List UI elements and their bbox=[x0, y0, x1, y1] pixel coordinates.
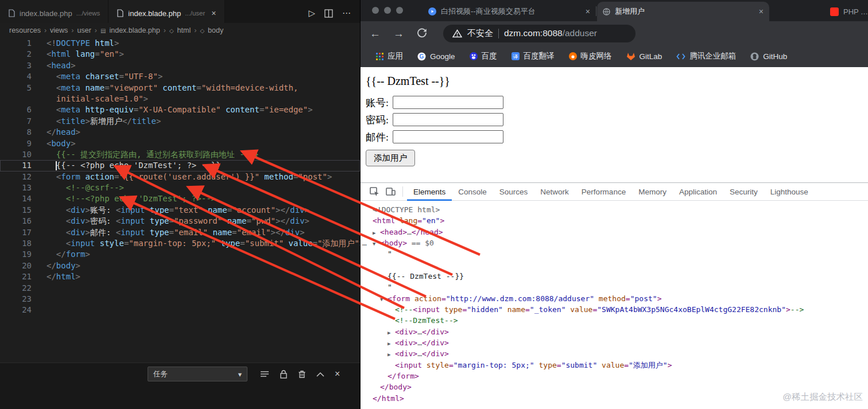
dom-node[interactable]: {{-- DzmTest --}} bbox=[361, 271, 868, 282]
breadcrumb-item-user[interactable]: user bbox=[78, 26, 91, 34]
code-line[interactable]: 19 </form> bbox=[0, 249, 360, 260]
bookmark-github[interactable]: GitHub bbox=[750, 52, 787, 61]
password-input[interactable] bbox=[393, 113, 503, 126]
url-text[interactable]: dzm.com:8088/adduser bbox=[504, 28, 597, 38]
breadcrumb-item-file[interactable]: index.blade.php bbox=[109, 26, 160, 34]
bookmark-apps[interactable]: 应用 bbox=[376, 51, 403, 61]
account-input[interactable] bbox=[393, 96, 503, 109]
code-line[interactable]: 22 bbox=[0, 283, 360, 294]
dom-node[interactable]: ▶<div>…</div> bbox=[361, 326, 868, 337]
code-line[interactable]: 23 bbox=[0, 294, 360, 305]
dom-node[interactable]: ▶<div>…</div> bbox=[361, 348, 868, 359]
devtools-tab-elements[interactable]: Elements bbox=[407, 183, 452, 201]
more-actions-button[interactable]: ⋯ bbox=[342, 8, 351, 18]
devtools-tab-security[interactable]: Security bbox=[723, 183, 764, 201]
bookmark-google[interactable]: G Google bbox=[417, 52, 455, 61]
code-line[interactable]: 5 <meta name="viewport" content="width=d… bbox=[0, 83, 360, 94]
code-line[interactable]: 2<html lang="en"> bbox=[0, 49, 360, 60]
dom-node[interactable]: <!--DzmTest--> bbox=[361, 315, 868, 326]
code-line[interactable]: 17 <div>邮件: <input type="email" name="em… bbox=[0, 227, 360, 238]
dom-node[interactable]: …▼<body> == $0 bbox=[361, 237, 868, 248]
code-area[interactable]: 1<!DOCTYPE html>2<html lang="en">3<head>… bbox=[0, 38, 360, 316]
dom-node[interactable]: <input style="margin-top: 5px;" type="su… bbox=[361, 360, 868, 371]
devtools-tab-application[interactable]: Application bbox=[673, 183, 723, 201]
clear-panel-icon[interactable] bbox=[298, 370, 306, 379]
code-line[interactable]: 11 {{-- <?php echo 'DzmTest'; ?> --}} bbox=[0, 160, 360, 171]
back-icon[interactable]: ← bbox=[370, 28, 381, 39]
code-line[interactable]: 6 <meta http-equiv="X-UA-Compatible" con… bbox=[0, 104, 360, 115]
maximize-panel-icon[interactable] bbox=[316, 372, 324, 377]
bookmark-baidu[interactable]: 百度 bbox=[470, 51, 497, 61]
refresh-icon[interactable] bbox=[417, 28, 427, 40]
code-line[interactable]: 16 <div>密码: <input type="password" name=… bbox=[0, 216, 360, 227]
code-line[interactable]: 24 bbox=[0, 305, 360, 315]
dom-node[interactable]: " bbox=[361, 248, 868, 259]
dom-node[interactable]: " bbox=[361, 282, 868, 293]
code-line[interactable]: 14 <!--<?php echo 'DzmTest'; ?>--> bbox=[0, 193, 360, 204]
lock-icon[interactable] bbox=[280, 370, 288, 379]
forward-icon[interactable]: → bbox=[393, 28, 404, 39]
security-status[interactable]: 不安全 bbox=[467, 28, 493, 39]
code-line[interactable]: 7 <title>新增用户</title> bbox=[0, 116, 360, 127]
task-dropdown[interactable]: 任务 ▾ bbox=[148, 367, 247, 381]
breadcrumb-item-views[interactable]: views bbox=[50, 26, 68, 34]
devtools-tab-sources[interactable]: Sources bbox=[493, 183, 534, 201]
dom-node[interactable]: ▼<form action="http://www.dzm.com:8088/a… bbox=[361, 293, 868, 304]
inspect-element-icon[interactable] bbox=[366, 187, 382, 197]
devtools-tab-lighthouse[interactable]: Lighthouse bbox=[764, 183, 815, 201]
code-line[interactable]: 1<!DOCTYPE html> bbox=[0, 38, 360, 49]
editor-tab-user[interactable]: index.blade.php .../user × bbox=[108, 0, 224, 23]
code-line[interactable]: 12 <form action="{{ route('user.adduser'… bbox=[0, 172, 360, 182]
dom-tree[interactable]: <!DOCTYPE html><html lang="en">▶<head>…<… bbox=[361, 201, 868, 409]
code-line[interactable]: 21</html> bbox=[0, 271, 360, 282]
breadcrumb-item-resources[interactable]: resources bbox=[9, 26, 41, 34]
window-zoom-button[interactable] bbox=[396, 7, 403, 14]
email-input[interactable] bbox=[393, 130, 503, 143]
dom-node[interactable]: <!DOCTYPE html> bbox=[361, 204, 868, 215]
devtools-tab-memory[interactable]: Memory bbox=[632, 183, 673, 201]
add-user-button[interactable]: 添加用户 bbox=[366, 150, 415, 166]
code-line[interactable]: 4 <meta charset="UTF-8"> bbox=[0, 71, 360, 82]
code-line[interactable]: initial-scale=1.0"> bbox=[0, 94, 360, 104]
close-icon[interactable]: × bbox=[759, 7, 764, 16]
devtools-tab-performance[interactable]: Performance bbox=[575, 183, 632, 201]
code-line[interactable]: 10 {{-- 提交到指定路由, 通过别名获取到路由地址 --}} bbox=[0, 149, 360, 160]
breadcrumb-item-body[interactable]: body bbox=[208, 26, 223, 34]
dom-node[interactable]: <!--<input type="hidden" name="_token" v… bbox=[361, 304, 868, 315]
dom-node[interactable] bbox=[361, 260, 868, 271]
bookmark-tencent-mail[interactable]: 腾讯企业邮箱 bbox=[676, 51, 736, 61]
code-line[interactable]: 15 <div>账号: <input type="text" name="acc… bbox=[0, 205, 360, 216]
code-line[interactable]: 8</head> bbox=[0, 127, 360, 138]
bookmark-happy-network[interactable]: 嗨皮网络 bbox=[569, 51, 612, 61]
dom-node[interactable]: </form> bbox=[361, 371, 868, 381]
close-icon[interactable]: × bbox=[211, 9, 216, 18]
window-minimize-button[interactable] bbox=[384, 7, 391, 14]
breadcrumb-item-html[interactable]: html bbox=[177, 26, 191, 34]
window-close-button[interactable] bbox=[372, 7, 379, 14]
editor-tab-title: index.blade.php bbox=[128, 9, 181, 18]
dom-node[interactable]: ▶<head>…</head> bbox=[361, 227, 868, 237]
devtools-tab-network[interactable]: Network bbox=[534, 183, 575, 201]
code-line[interactable]: 18 <input style="margin-top: 5px;" type=… bbox=[0, 238, 360, 249]
close-panel-icon[interactable]: × bbox=[335, 369, 340, 379]
devtools-tab-console[interactable]: Console bbox=[452, 183, 493, 201]
bookmark-gitlab[interactable]: GitLab bbox=[626, 52, 662, 61]
bookmark-label: 百度 bbox=[482, 51, 497, 61]
address-bar[interactable]: 不安全 dzm.com:8088/adduser bbox=[443, 25, 636, 42]
code-line[interactable]: 20</body> bbox=[0, 260, 360, 271]
close-icon[interactable]: × bbox=[586, 7, 590, 16]
dom-node[interactable]: <html lang="en"> bbox=[361, 215, 868, 226]
editor-tab-views[interactable]: index.blade.php .../views bbox=[0, 0, 108, 23]
run-button[interactable]: ▷ bbox=[308, 8, 315, 18]
bookmark-baidu-translate[interactable]: 译 百度翻译 bbox=[512, 51, 555, 61]
split-editor-button[interactable] bbox=[324, 9, 333, 18]
output-list-icon[interactable] bbox=[260, 370, 269, 378]
device-toolbar-icon[interactable] bbox=[382, 187, 398, 196]
code-line[interactable]: 13 <!--@csrf--> bbox=[0, 182, 360, 193]
dom-node[interactable]: ▶<div>…</div> bbox=[361, 337, 868, 348]
browser-tab-video-site[interactable]: 白招视频--商业视频交易平台 × bbox=[423, 2, 596, 21]
browser-tab-laravel[interactable]: PHP - Laravel bbox=[824, 2, 868, 21]
code-line[interactable]: 9<body> bbox=[0, 138, 360, 149]
browser-tab-adduser[interactable]: 新增用户 × bbox=[597, 2, 769, 21]
code-line[interactable]: 3<head> bbox=[0, 60, 360, 71]
